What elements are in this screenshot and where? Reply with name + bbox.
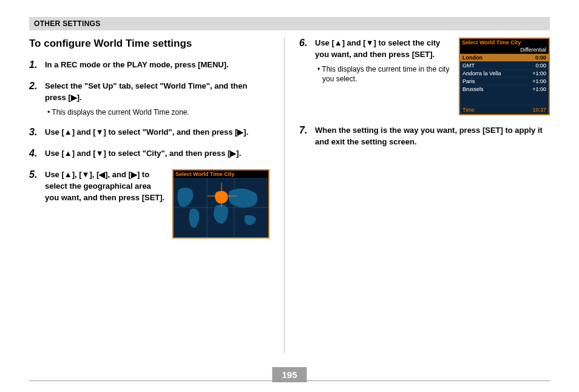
lcd-diff: 0:00 <box>535 55 546 61</box>
lcd-row: Paris +1:00 <box>460 77 549 85</box>
step-2: 2. Select the "Set Up" tab, select "Worl… <box>29 81 269 117</box>
lcd-row: Brussels +1:00 <box>460 85 549 93</box>
step-subtext: This displays the current World Time zon… <box>45 107 269 118</box>
lcd-column-header: Differential <box>460 46 549 53</box>
step-5: 5. Use [▲], [▼], [◀], and [▶] to select … <box>29 169 269 238</box>
step-6: 6. Use [▲] and [▼] to select the city yo… <box>299 38 550 115</box>
step-text: In a REC mode or the PLAY mode, press [M… <box>45 59 269 71</box>
step-number: 5. <box>29 169 45 180</box>
page-number: 195 <box>272 367 306 382</box>
lcd-row: GMT 0:00 <box>460 61 549 69</box>
step-7: 7. When the setting is the way you want,… <box>299 125 550 148</box>
page-title: To configure World Time settings <box>29 38 269 50</box>
step-text: Use [▲] and [▼] to select "World", and t… <box>45 127 269 138</box>
section-header: OTHER SETTINGS <box>29 17 550 30</box>
page-footer: 195 <box>29 380 550 381</box>
step-text: Use [▲], [▼], [◀], and [▶] to select the… <box>45 169 165 204</box>
lcd-title: Select World Time City <box>174 171 268 178</box>
step-text: Use [▲] and [▼] to select the city you w… <box>315 38 452 61</box>
lcd-footer-label: Time <box>462 107 475 113</box>
step-text: Select the "Set Up" tab, select "World T… <box>45 81 269 104</box>
lcd-city: GMT <box>462 63 475 69</box>
lcd-diff: +1:00 <box>532 86 546 92</box>
step-3: 3. Use [▲] and [▼] to select "World", an… <box>29 127 269 138</box>
lcd-title: Select World Time City <box>460 39 549 46</box>
lcd-footer-value: 10:37 <box>532 107 546 113</box>
step-number: 2. <box>29 81 45 92</box>
lcd-footer: Time 10:37 <box>460 105 549 114</box>
step-text: When the setting is the way you want, pr… <box>315 125 550 148</box>
lcd-diff: 0:00 <box>535 63 546 69</box>
step-text: Use [▲] and [▼] to select "City", and th… <box>45 148 269 160</box>
step-1: 1. In a REC mode or the PLAY mode, press… <box>29 59 269 71</box>
step-number: 7. <box>299 125 315 136</box>
lcd-world-map: Select World Time City <box>172 169 269 238</box>
step-number: 6. <box>299 38 315 49</box>
lcd-city: Andorra la Vella <box>462 70 501 76</box>
step-4: 4. Use [▲] and [▼] to select "City", and… <box>29 148 269 160</box>
lcd-row-selected: London 0:00 <box>460 53 549 61</box>
lcd-city-list: Select World Time City Differential Lond… <box>459 38 550 115</box>
lcd-city: Paris <box>462 78 475 84</box>
lcd-city: London <box>462 55 482 61</box>
step-number: 1. <box>29 59 45 70</box>
lcd-city: Brussels <box>462 86 484 92</box>
lcd-diff: +1:00 <box>532 78 546 84</box>
step-number: 3. <box>29 127 45 138</box>
lcd-row: Andorra la Vella +1:00 <box>460 69 549 77</box>
world-map-icon <box>174 178 268 237</box>
step-subtext: This displays the current time in the ci… <box>315 64 452 85</box>
step-number: 4. <box>29 148 45 159</box>
lcd-diff: +1:00 <box>532 70 546 76</box>
